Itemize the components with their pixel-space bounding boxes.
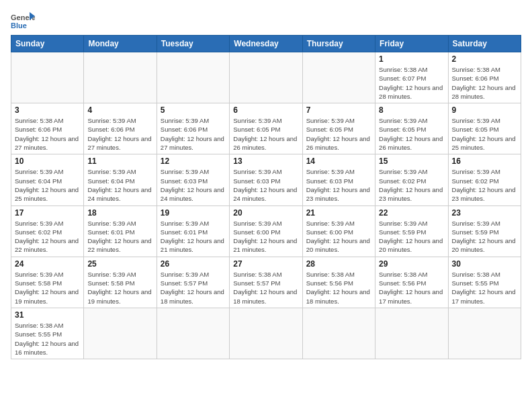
calendar-header-row: SundayMondayTuesdayWednesdayThursdayFrid… (11, 36, 521, 52)
svg-text:Blue: Blue (11, 21, 27, 30)
day-number: 11 (87, 156, 152, 166)
day-info: Sunrise: 5:39 AMSunset: 6:06 PMDaylight:… (87, 116, 152, 152)
day-number: 3 (15, 105, 80, 115)
calendar-day-cell (448, 308, 521, 359)
day-header-monday: Monday (84, 36, 157, 52)
day-header-wednesday: Wednesday (230, 36, 302, 52)
day-info: Sunrise: 5:39 AMSunset: 5:58 PMDaylight:… (15, 270, 80, 306)
calendar-week-row: 1Sunrise: 5:38 AMSunset: 6:07 PMDaylight… (11, 52, 521, 103)
day-info: Sunrise: 5:38 AMSunset: 6:07 PMDaylight:… (379, 65, 444, 101)
calendar-week-row: 17Sunrise: 5:39 AMSunset: 6:02 PMDayligh… (11, 205, 521, 257)
day-number: 13 (233, 156, 298, 166)
calendar-day-cell (230, 52, 302, 103)
day-number: 6 (233, 105, 298, 115)
day-info: Sunrise: 5:39 AMSunset: 6:05 PMDaylight:… (306, 116, 371, 152)
calendar-table: SundayMondayTuesdayWednesdayThursdayFrid… (11, 35, 521, 359)
day-number: 30 (452, 259, 517, 269)
day-number: 15 (379, 156, 444, 166)
calendar-day-cell: 28Sunrise: 5:38 AMSunset: 5:56 PMDayligh… (302, 257, 375, 308)
day-info: Sunrise: 5:39 AMSunset: 6:02 PMDaylight:… (15, 219, 80, 255)
day-header-thursday: Thursday (302, 36, 375, 52)
calendar-day-cell: 10Sunrise: 5:39 AMSunset: 6:04 PMDayligh… (11, 154, 84, 205)
calendar-day-cell: 7Sunrise: 5:39 AMSunset: 6:05 PMDaylight… (302, 103, 375, 154)
calendar-day-cell: 20Sunrise: 5:39 AMSunset: 6:00 PMDayligh… (230, 205, 302, 257)
calendar-day-cell: 2Sunrise: 5:38 AMSunset: 6:06 PMDaylight… (448, 52, 521, 103)
day-info: Sunrise: 5:38 AMSunset: 5:57 PMDaylight:… (233, 270, 298, 306)
calendar-day-cell: 27Sunrise: 5:38 AMSunset: 5:57 PMDayligh… (230, 257, 302, 308)
calendar-day-cell (302, 308, 375, 359)
day-number: 8 (379, 105, 444, 115)
day-number: 1 (379, 54, 444, 64)
calendar-day-cell: 5Sunrise: 5:39 AMSunset: 6:06 PMDaylight… (157, 103, 229, 154)
calendar-day-cell: 9Sunrise: 5:39 AMSunset: 6:05 PMDaylight… (448, 103, 521, 154)
day-number: 14 (306, 156, 371, 166)
calendar-day-cell: 1Sunrise: 5:38 AMSunset: 6:07 PMDaylight… (375, 52, 448, 103)
calendar-day-cell: 11Sunrise: 5:39 AMSunset: 6:04 PMDayligh… (84, 154, 157, 205)
day-info: Sunrise: 5:38 AMSunset: 5:56 PMDaylight:… (379, 270, 444, 306)
calendar-day-cell: 19Sunrise: 5:39 AMSunset: 6:01 PMDayligh… (157, 205, 229, 257)
day-info: Sunrise: 5:38 AMSunset: 5:55 PMDaylight:… (15, 321, 80, 357)
calendar-day-cell: 12Sunrise: 5:39 AMSunset: 6:03 PMDayligh… (157, 154, 229, 205)
day-header-sunday: Sunday (11, 36, 84, 52)
calendar-day-cell: 13Sunrise: 5:39 AMSunset: 6:03 PMDayligh… (230, 154, 302, 205)
calendar-day-cell (157, 308, 229, 359)
day-number: 19 (161, 208, 226, 218)
calendar-day-cell (157, 52, 229, 103)
day-info: Sunrise: 5:39 AMSunset: 5:59 PMDaylight:… (379, 219, 444, 255)
day-number: 9 (452, 105, 517, 115)
day-header-friday: Friday (375, 36, 448, 52)
day-info: Sunrise: 5:38 AMSunset: 6:06 PMDaylight:… (452, 65, 517, 101)
header: General Blue (11, 11, 521, 31)
logo: General Blue (11, 11, 35, 31)
calendar-day-cell: 14Sunrise: 5:39 AMSunset: 6:03 PMDayligh… (302, 154, 375, 205)
day-info: Sunrise: 5:38 AMSunset: 5:55 PMDaylight:… (452, 270, 517, 306)
day-info: Sunrise: 5:39 AMSunset: 5:58 PMDaylight:… (87, 270, 152, 306)
day-number: 5 (161, 105, 226, 115)
calendar-week-row: 10Sunrise: 5:39 AMSunset: 6:04 PMDayligh… (11, 154, 521, 205)
calendar-week-row: 3Sunrise: 5:38 AMSunset: 6:06 PMDaylight… (11, 103, 521, 154)
calendar-day-cell: 26Sunrise: 5:39 AMSunset: 5:57 PMDayligh… (157, 257, 229, 308)
day-number: 16 (452, 156, 517, 166)
calendar-day-cell (230, 308, 302, 359)
calendar-day-cell: 25Sunrise: 5:39 AMSunset: 5:58 PMDayligh… (84, 257, 157, 308)
day-number: 12 (161, 156, 226, 166)
day-number: 24 (15, 259, 80, 269)
calendar-day-cell: 18Sunrise: 5:39 AMSunset: 6:01 PMDayligh… (84, 205, 157, 257)
calendar-day-cell: 8Sunrise: 5:39 AMSunset: 6:05 PMDaylight… (375, 103, 448, 154)
calendar-day-cell: 23Sunrise: 5:39 AMSunset: 5:59 PMDayligh… (448, 205, 521, 257)
day-header-tuesday: Tuesday (157, 36, 229, 52)
day-info: Sunrise: 5:39 AMSunset: 6:05 PMDaylight:… (452, 116, 517, 152)
day-info: Sunrise: 5:39 AMSunset: 6:03 PMDaylight:… (233, 167, 298, 203)
day-number: 10 (15, 156, 80, 166)
calendar-day-cell: 21Sunrise: 5:39 AMSunset: 6:00 PMDayligh… (302, 205, 375, 257)
day-info: Sunrise: 5:39 AMSunset: 6:02 PMDaylight:… (452, 167, 517, 203)
day-number: 26 (161, 259, 226, 269)
calendar-day-cell (84, 308, 157, 359)
calendar-day-cell: 31Sunrise: 5:38 AMSunset: 5:55 PMDayligh… (11, 308, 84, 359)
calendar-day-cell: 15Sunrise: 5:39 AMSunset: 6:02 PMDayligh… (375, 154, 448, 205)
day-info: Sunrise: 5:39 AMSunset: 6:04 PMDaylight:… (87, 167, 152, 203)
day-info: Sunrise: 5:39 AMSunset: 6:00 PMDaylight:… (233, 219, 298, 255)
calendar-day-cell (84, 52, 157, 103)
calendar-day-cell: 6Sunrise: 5:39 AMSunset: 6:05 PMDaylight… (230, 103, 302, 154)
calendar-day-cell: 3Sunrise: 5:38 AMSunset: 6:06 PMDaylight… (11, 103, 84, 154)
day-info: Sunrise: 5:39 AMSunset: 6:03 PMDaylight:… (161, 167, 226, 203)
day-number: 28 (306, 259, 371, 269)
day-info: Sunrise: 5:39 AMSunset: 6:00 PMDaylight:… (306, 219, 371, 255)
calendar-week-row: 31Sunrise: 5:38 AMSunset: 5:55 PMDayligh… (11, 308, 521, 359)
day-number: 2 (452, 54, 517, 64)
day-header-saturday: Saturday (448, 36, 521, 52)
calendar-day-cell: 16Sunrise: 5:39 AMSunset: 6:02 PMDayligh… (448, 154, 521, 205)
calendar-day-cell (11, 52, 84, 103)
calendar-day-cell: 17Sunrise: 5:39 AMSunset: 6:02 PMDayligh… (11, 205, 84, 257)
day-number: 27 (233, 259, 298, 269)
calendar-week-row: 24Sunrise: 5:39 AMSunset: 5:58 PMDayligh… (11, 257, 521, 308)
day-info: Sunrise: 5:39 AMSunset: 5:59 PMDaylight:… (452, 219, 517, 255)
calendar-day-cell: 29Sunrise: 5:38 AMSunset: 5:56 PMDayligh… (375, 257, 448, 308)
day-info: Sunrise: 5:39 AMSunset: 6:01 PMDaylight:… (87, 219, 152, 255)
day-number: 23 (452, 208, 517, 218)
day-info: Sunrise: 5:39 AMSunset: 6:03 PMDaylight:… (306, 167, 371, 203)
day-info: Sunrise: 5:39 AMSunset: 6:06 PMDaylight:… (161, 116, 226, 152)
day-info: Sunrise: 5:38 AMSunset: 6:06 PMDaylight:… (15, 116, 80, 152)
day-info: Sunrise: 5:39 AMSunset: 6:01 PMDaylight:… (161, 219, 226, 255)
